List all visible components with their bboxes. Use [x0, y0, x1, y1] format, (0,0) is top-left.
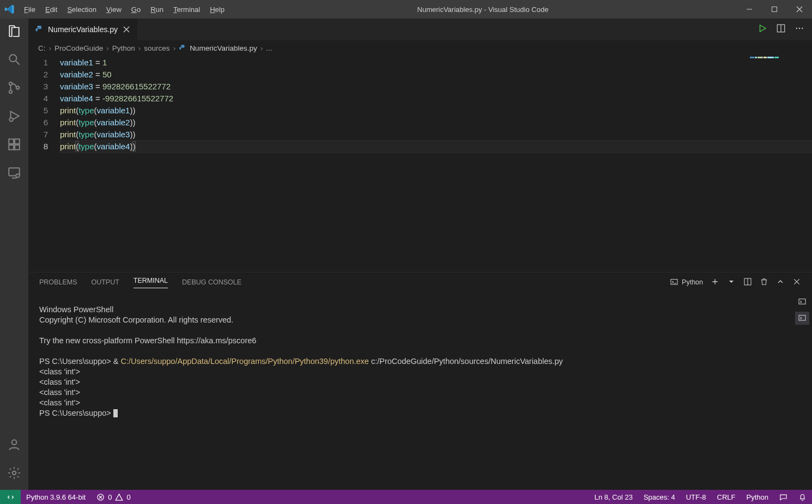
close-button[interactable]: [787, 0, 812, 19]
terminal-line: Windows PowerShell: [39, 305, 113, 314]
code-body[interactable]: variable1 = 1variable2 = 50variable3 = 9…: [60, 56, 812, 272]
terminal-instance-icon[interactable]: [795, 295, 809, 308]
breadcrumb[interactable]: C:› ProCodeGuide› Python› sources› Numer…: [28, 40, 812, 56]
menu-view[interactable]: View: [102, 2, 126, 17]
panel-tab-problems[interactable]: PROBLEMS: [39, 278, 77, 286]
menu-file[interactable]: File: [20, 2, 40, 17]
status-interpreter[interactable]: Python 3.9.6 64-bit: [21, 493, 91, 501]
main-menu: File Edit Selection View Go Run Terminal…: [20, 2, 229, 17]
status-cursor[interactable]: Ln 8, Col 23: [589, 493, 638, 501]
terminal-line: PS C:\Users\suppo>: [39, 409, 118, 417]
panel-tab-output[interactable]: OUTPUT: [91, 278, 119, 286]
code-editor[interactable]: 12345678 variable1 = 1variable2 = 50vari…: [28, 56, 812, 272]
split-editor-icon[interactable]: [776, 23, 786, 35]
terminal-line: Copyright (C) Microsoft Corporation. All…: [39, 315, 233, 324]
extensions-icon[interactable]: [7, 137, 21, 154]
terminal-dropdown-icon[interactable]: [727, 277, 736, 288]
svg-point-18: [799, 28, 800, 29]
panel-tab-terminal[interactable]: TERMINAL: [134, 277, 168, 288]
terminal-profile[interactable]: Python: [670, 278, 703, 287]
status-encoding[interactable]: UTF-8: [681, 493, 712, 501]
tab-close-icon[interactable]: [122, 25, 131, 34]
close-panel-icon[interactable]: [792, 277, 801, 288]
status-problems[interactable]: 0 0: [91, 493, 136, 501]
terminal-body[interactable]: Windows PowerShell Copyright (C) Microso…: [28, 292, 812, 490]
svg-point-17: [796, 28, 797, 29]
account-icon[interactable]: [7, 438, 21, 454]
svg-rect-0: [747, 9, 752, 10]
panel-tab-debugconsole[interactable]: DEBUG CONSOLE: [182, 278, 241, 286]
explorer-icon[interactable]: [7, 24, 21, 40]
terminal-line: PS C:\Users\suppo> & C:/Users/suppo/AppD…: [39, 357, 563, 366]
status-bar: Python 3.9.6 64-bit 0 0 Ln 8, Col 23 Spa…: [0, 490, 812, 504]
svg-rect-23: [799, 315, 805, 320]
status-feedback-icon[interactable]: [774, 493, 793, 501]
svg-point-4: [9, 90, 12, 93]
editor-tabs: NumericVariables.py: [28, 19, 812, 40]
svg-point-13: [12, 440, 17, 445]
line-gutter: 12345678: [28, 56, 60, 272]
search-icon[interactable]: [7, 52, 21, 69]
editor-actions: [750, 19, 812, 40]
menu-terminal[interactable]: Terminal: [169, 2, 204, 17]
title-bar: File Edit Selection View Go Run Terminal…: [0, 0, 812, 19]
svg-point-5: [16, 86, 19, 89]
terminal-instance-icon[interactable]: [795, 312, 809, 325]
menu-go[interactable]: Go: [127, 2, 145, 17]
settings-gear-icon[interactable]: [7, 466, 21, 482]
terminal-line: <class 'int'>: [39, 388, 80, 397]
split-terminal-icon[interactable]: [743, 277, 752, 288]
status-language[interactable]: Python: [741, 493, 774, 501]
window-title: NumericVariables.py - Visual Studio Code: [229, 5, 737, 14]
terminal-cursor: [113, 409, 118, 417]
breadcrumb-part[interactable]: ProCodeGuide: [54, 44, 103, 52]
remote-explorer-icon[interactable]: [7, 166, 21, 182]
svg-rect-9: [15, 145, 20, 150]
menu-help[interactable]: Help: [205, 2, 229, 17]
maximize-panel-icon[interactable]: [776, 277, 785, 288]
minimap[interactable]: [750, 57, 810, 64]
tab-filename: NumericVariables.py: [48, 25, 118, 34]
status-bell-icon[interactable]: [793, 493, 812, 501]
svg-point-3: [9, 82, 12, 85]
svg-rect-1: [772, 7, 777, 12]
tab-numericvariables[interactable]: NumericVariables.py: [28, 19, 138, 40]
menu-selection[interactable]: Selection: [63, 2, 100, 17]
minimize-button[interactable]: [737, 0, 762, 19]
svg-point-6: [9, 118, 13, 122]
svg-rect-7: [9, 139, 14, 144]
svg-rect-8: [9, 145, 14, 150]
menu-edit[interactable]: Edit: [41, 2, 62, 17]
status-indent[interactable]: Spaces: 4: [638, 493, 681, 501]
kill-terminal-icon[interactable]: [760, 277, 768, 288]
new-terminal-button[interactable]: [711, 277, 719, 288]
status-eol[interactable]: CRLF: [712, 493, 741, 501]
svg-point-19: [802, 28, 803, 29]
terminal-line: Try the new cross-platform PowerShell ht…: [39, 336, 256, 345]
svg-rect-10: [15, 139, 20, 144]
terminal-side-list: [792, 292, 812, 325]
svg-point-14: [13, 471, 16, 475]
vscode-logo-icon: [0, 4, 20, 15]
source-control-icon[interactable]: [7, 81, 21, 97]
run-debug-icon[interactable]: [7, 109, 21, 125]
menu-run[interactable]: Run: [146, 2, 168, 17]
python-file-icon: [35, 25, 44, 34]
remote-indicator[interactable]: [0, 490, 21, 504]
breadcrumb-part[interactable]: ...: [266, 44, 272, 52]
bottom-panel: PROBLEMS OUTPUT TERMINAL DEBUG CONSOLE P…: [28, 272, 812, 490]
svg-point-15: [38, 26, 38, 27]
breadcrumb-part[interactable]: C:: [38, 44, 46, 52]
svg-rect-22: [799, 299, 805, 304]
maximize-button[interactable]: [762, 0, 787, 19]
terminal-line: <class 'int'>: [39, 378, 80, 386]
window-controls: [737, 0, 812, 19]
panel-tabs: PROBLEMS OUTPUT TERMINAL DEBUG CONSOLE P…: [28, 272, 812, 292]
activity-bar: [0, 19, 28, 490]
breadcrumb-part[interactable]: Python: [112, 44, 135, 52]
breadcrumb-part[interactable]: sources: [144, 44, 169, 52]
more-actions-icon[interactable]: [795, 23, 804, 35]
breadcrumb-file[interactable]: NumericVariables.py: [179, 44, 257, 52]
run-file-button[interactable]: [758, 23, 767, 35]
terminal-line: <class 'int'>: [39, 398, 80, 407]
